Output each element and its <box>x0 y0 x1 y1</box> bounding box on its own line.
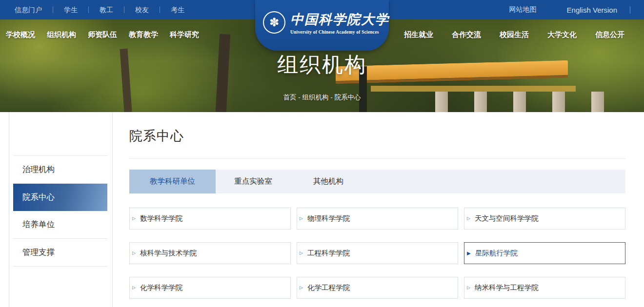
department-label: 化学科学学院 <box>140 283 182 292</box>
sidebar-item-admin-support[interactable]: 管理支撑 <box>13 239 107 267</box>
nav-item-info-disclosure[interactable]: 信息公开 <box>595 30 624 39</box>
nav-item-education[interactable]: 教育教学 <box>129 30 158 39</box>
department-label: 工程科学学院 <box>307 249 350 258</box>
department-grid: ▷ 数学科学学院 ▷ 物理科学学院 ▷ 天文与空间科学学院 ▷ 核科学与技术学院… <box>129 208 625 299</box>
triangle-bullet-icon: ▷ <box>467 216 470 221</box>
sidebar-menu: 治理机构 院系中心 培养单位 管理支撑 <box>13 155 107 267</box>
tab-other-organizations[interactable]: 其他机构 <box>291 170 366 193</box>
title-divider <box>129 158 625 159</box>
nav-item-school-overview[interactable]: 学校概况 <box>6 30 35 39</box>
main-panel: 院系中心 教学科研单位 重点实验室 其他机构 ▷ 数学科学学院 ▷ 物理科学学院… <box>129 112 625 299</box>
sidebar-item-governance[interactable]: 治理机构 <box>13 156 107 184</box>
topbar-link-students[interactable]: 学生 <box>53 6 89 13</box>
university-logo[interactable]: ✽ 中国科学院大学 University of Chinese Academy … <box>255 0 389 51</box>
topbar-link-alumni[interactable]: 校友 <box>124 6 160 13</box>
nav-item-cooperation[interactable]: 合作交流 <box>452 30 481 39</box>
department-label: 星际航行学院 <box>475 249 518 258</box>
topbar-link-staff[interactable]: 教工 <box>89 6 124 13</box>
tab-key-laboratories[interactable]: 重点实验室 <box>216 170 291 193</box>
topbar-link-english-version[interactable]: English Version <box>567 6 630 14</box>
department-card[interactable]: ▷ 化学工程学院 <box>297 277 458 299</box>
nav-item-research[interactable]: 科学研究 <box>170 30 199 39</box>
department-label: 纳米科学与工程学院 <box>475 283 539 292</box>
triangle-bullet-icon: ▷ <box>300 286 303 290</box>
primary-nav-right: 招生就业 合作交流 校园生活 大学文化 信息公开 <box>404 30 624 39</box>
triangle-bullet-icon: ▷ <box>300 216 303 221</box>
department-label: 物理科学学院 <box>307 214 350 223</box>
topbar-link-applicants[interactable]: 考生 <box>160 6 195 13</box>
triangle-bullet-icon: ▷ <box>300 251 303 255</box>
sidebar-item-schools-center[interactable]: 院系中心 <box>13 184 107 211</box>
topbar-link-sitemap[interactable]: 网站地图 <box>509 5 537 14</box>
tab-teaching-research-units[interactable]: 教学科研单位 <box>129 170 216 193</box>
triangle-bullet-icon: ▷ <box>132 286 136 290</box>
department-card[interactable]: ▷ 纳米科学与工程学院 <box>464 277 625 299</box>
nav-item-admissions[interactable]: 招生就业 <box>404 30 433 39</box>
university-emblem-icon: ✽ <box>263 11 285 34</box>
university-logo-text: 中国科学院大学 University of Chinese Academy of… <box>290 11 389 35</box>
department-card-highlighted[interactable]: ▶ 星际航行学院 <box>464 242 625 264</box>
nav-item-campus-life[interactable]: 校园生活 <box>500 30 529 39</box>
page-banner-title: 组织机构 <box>0 51 644 79</box>
triangle-bullet-icon: ▷ <box>467 286 470 290</box>
university-name-en: University of Chinese Academy of Science… <box>290 30 389 35</box>
department-label: 核科学与技术学院 <box>140 249 197 258</box>
sidebar: 治理机构 院系中心 培养单位 管理支撑 <box>9 112 113 307</box>
primary-nav-left: 学校概况 组织机构 师资队伍 教育教学 科学研究 <box>6 30 199 39</box>
topbar-link-portal[interactable]: 信息门户 <box>14 6 53 13</box>
department-card[interactable]: ▷ 工程科学学院 <box>297 242 458 264</box>
breadcrumb[interactable]: 首页 - 组织机构 - 院系中心 <box>0 93 644 102</box>
department-label: 数学科学学院 <box>140 214 182 223</box>
content-area: 治理机构 院系中心 培养单位 管理支撑 院系中心 教学科研单位 重点实验室 其他… <box>0 112 644 307</box>
university-name-zh: 中国科学院大学 <box>290 11 389 28</box>
triangle-bullet-icon: ▶ <box>467 251 471 256</box>
nav-item-faculty[interactable]: 师资队伍 <box>88 30 117 39</box>
department-card[interactable]: ▷ 数学科学学院 <box>129 208 291 230</box>
sidebar-item-training-units[interactable]: 培养单位 <box>13 211 107 239</box>
triangle-bullet-icon: ▷ <box>132 251 136 255</box>
topbar-utility-links: 网站地图 English Version <box>509 5 630 14</box>
department-label: 天文与空间科学学院 <box>475 214 539 223</box>
page-title: 院系中心 <box>129 127 625 145</box>
campus-photo-roof-edge <box>371 86 576 92</box>
nav-item-university-culture[interactable]: 大学文化 <box>547 30 577 39</box>
department-label: 化学工程学院 <box>307 283 350 292</box>
department-card[interactable]: ▷ 物理科学学院 <box>297 208 458 230</box>
topbar-quick-links: 信息门户 学生 教工 校友 考生 <box>14 6 195 13</box>
nav-item-organization[interactable]: 组织机构 <box>47 30 76 39</box>
department-card[interactable]: ▷ 核科学与技术学院 <box>129 242 291 264</box>
tab-bar: 教学科研单位 重点实验室 其他机构 <box>129 170 625 193</box>
department-card[interactable]: ▷ 天文与空间科学学院 <box>464 208 625 230</box>
triangle-bullet-icon: ▷ <box>132 216 136 221</box>
department-card[interactable]: ▷ 化学科学学院 <box>129 277 291 299</box>
